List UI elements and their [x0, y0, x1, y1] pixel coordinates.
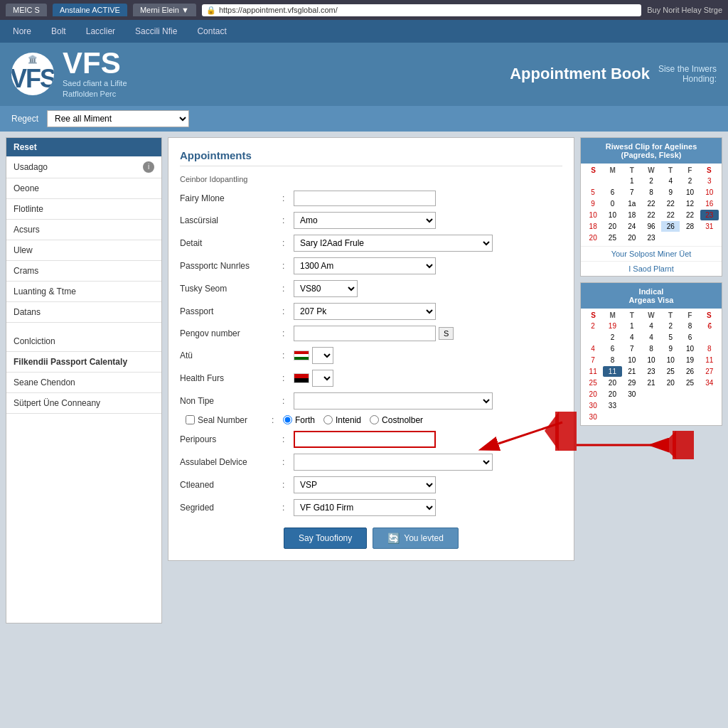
calendar-1-days[interactable]: 12423 567891010 901a22221216 10101822222… [584, 176, 719, 243]
browser-tab-meic[interactable]: MEIC S [6, 4, 47, 16]
nav-nore[interactable]: Nore [9, 23, 36, 39]
label-passport-nunrles: Passportc Nunrles [180, 261, 279, 271]
page-title: Appointment Book [510, 65, 650, 83]
label-detait: Detait [180, 238, 279, 248]
calendar-1-link1[interactable]: Your Solpost Miner Üet [581, 246, 722, 261]
nav-saccili[interactable]: Saccili Nfie [131, 23, 181, 39]
address-text: https://appointment.vfsglobal.com/ [219, 6, 338, 14]
browser-tab-merni[interactable]: Merni Elein ▼ [133, 4, 196, 16]
seal-option-forth[interactable]: Forth [283, 415, 315, 425]
input-fairy-mlone[interactable] [294, 191, 436, 206]
label-assulabel: Assulabel Delvice [180, 457, 279, 467]
calendar-2-days[interactable]: 21914286̈ 24456 46789108 781010101911 11… [584, 321, 719, 422]
form-subtitle: Ceinbor Idopantling [180, 175, 562, 183]
seal-option-intenid[interactable]: Intenid [323, 415, 361, 425]
flag-icon-atu [294, 350, 309, 360]
seal-checkbox-group: Forth Intenid Costnolber [283, 415, 423, 425]
tab-label-anstalne: Anstalne ACTIVE [60, 6, 120, 14]
browser-tab-anstalne[interactable]: Anstalne ACTIVE [53, 4, 127, 16]
select-passport-nunrles[interactable]: 1300 Am [294, 257, 436, 274]
tab-label-merni: Merni Elein ▼ [140, 6, 189, 14]
label-pengov: Pengov number [180, 328, 279, 338]
btn-save[interactable]: Say Touofiony [284, 528, 367, 549]
select-passport[interactable]: 207 Pk [294, 303, 436, 320]
label-segrided: Segrided [180, 503, 279, 513]
nav-lacclier[interactable]: Lacclier [82, 23, 119, 39]
calendar-1-link2[interactable]: I Saod Plarnt [581, 261, 722, 276]
sidebar-header: Reset [6, 138, 161, 156]
main-content: Appointments Ceinbor Idopantling Fairy M… [162, 137, 580, 623]
select-ctleaned[interactable]: VSP [294, 476, 436, 493]
form-row-seal-number: Seal Number : Forth Intenid Costnolber [180, 415, 562, 425]
sidebar-item-flotlinte[interactable]: Flotlinte [6, 199, 161, 220]
input-peripours[interactable] [294, 431, 436, 448]
label-fairy-mlone: Fairy Mlone [180, 193, 279, 203]
label-ctleaned: Ctleaned [180, 480, 279, 490]
sidebar: Reset Usadago i Oeone Flotlinte Acsurs U… [6, 137, 162, 623]
filter-bar: Regect Ree all Miment [0, 106, 728, 132]
brand-right-info: Sise the Inwers Honding: [658, 64, 717, 84]
form-row-lascursial: Lascürsial : Amo [180, 212, 562, 229]
appointments-title: Appointments [180, 149, 562, 166]
main-layout: Reset Usadago i Oeone Flotlinte Acsurs U… [0, 132, 728, 629]
form-row-passport: Passport : 207 Pk [180, 303, 562, 320]
flag-select-health [294, 370, 333, 387]
nav-bolt[interactable]: Bolt [47, 23, 70, 39]
sidebar-item-crams[interactable]: Crams [6, 261, 161, 282]
seal-option-costnolber[interactable]: Costnolber [370, 415, 423, 425]
form-buttons: Say Touofiony 🔄 You levted [180, 528, 562, 549]
label-tusky-seom: Tusky Seom [180, 284, 279, 294]
calendar-panel-2: Indical Argeas Visa SMTWTFS 21914286̈ 24… [580, 282, 722, 426]
flag-select-atu [294, 347, 333, 364]
label-non-tipe: Non Tipe [180, 396, 279, 406]
sidebar-item-oeone[interactable]: Oeone [6, 178, 161, 199]
sidebar-item-conlciction[interactable]: Conlciction [6, 331, 161, 352]
app-nav-bar: Nore Bolt Lacclier Saccili Nfie Contact [0, 20, 728, 43]
label-health: Health Furs [180, 373, 279, 383]
input-pengov[interactable] [294, 326, 436, 341]
label-atu: Atü [180, 350, 279, 360]
select-non-tipe[interactable] [294, 392, 493, 410]
form-row-passport-nunrles: Passportc Nunrles : 1300 Am [180, 257, 562, 274]
label-seal-number: Seal Number [198, 415, 269, 425]
form-row-peripours: Peripours : [180, 431, 562, 448]
browser-address[interactable]: 🔒 https://appointment.vfsglobal.com/ [202, 4, 641, 16]
browser-controls: Buy Norit Helay Strge [647, 6, 722, 14]
sidebar-item-acsurs[interactable]: Acsurs [6, 220, 161, 240]
select-atu[interactable] [312, 347, 333, 364]
form-row-segrided: Segrided : VF Gd10 Firm [180, 499, 562, 516]
select-detait[interactable]: Sary I2Aad Frule [294, 235, 493, 252]
calendar-2-grid: SMTWTFS 21914286̈ 24456 46789108 7810101… [581, 309, 722, 425]
btn-secondary[interactable]: 🔄 You levted [373, 528, 459, 549]
calendar-1-header: Riwesd Clip for Agelines (Pagreds, Flesk… [581, 138, 722, 164]
sidebar-item-ulew[interactable]: Ulew [6, 240, 161, 261]
pengov-go-button[interactable]: S [439, 327, 454, 340]
sidebar-item-datans[interactable]: Datans [6, 302, 161, 323]
form-row-atu: Atü : [180, 347, 562, 364]
select-segrided[interactable]: VF Gd10 Firm [294, 499, 436, 516]
label-passport: Passport [180, 306, 279, 316]
sidebar-item-usadago[interactable]: Usadago i [6, 156, 161, 178]
brand-subtitle2: Ratflolden Perc [63, 89, 484, 100]
brand-logo: 🏛️ VFS [11, 53, 54, 95]
sidebar-badge-usadago: i [143, 161, 154, 173]
select-lascursial[interactable]: Amo [294, 212, 436, 229]
sidebar-item-sutpert[interactable]: Sütpert Üne Conneany [6, 393, 161, 414]
filter-select[interactable]: Ree all Miment [47, 110, 189, 127]
checkbox-seal-number[interactable] [186, 415, 195, 424]
select-assulabel[interactable] [294, 454, 493, 471]
calendar-2-weekdays: SMTWTFS [584, 311, 719, 319]
form-row-ctleaned: Ctleaned : VSP [180, 476, 562, 493]
right-sidebar: Riwesd Clip for Agelines (Pagreds, Flesk… [580, 137, 722, 623]
sidebar-item-filkendii[interactable]: Filkendii Passport Calentaly [6, 352, 161, 373]
sidebar-item-seane[interactable]: Seane Chendon [6, 373, 161, 393]
brand-title-area: VFS Saed cfiant a Lifite Ratflolden Perc [63, 48, 484, 100]
select-tusky-seom[interactable]: VS80 [294, 280, 358, 297]
brand-vfs-name: VFS [63, 48, 484, 78]
seal-number-section: Seal Number : Forth Intenid Costnolber [180, 415, 562, 425]
nav-contact[interactable]: Contact [193, 23, 230, 39]
select-health[interactable] [312, 370, 333, 387]
form-row-pengov: Pengov number : S [180, 326, 562, 341]
vfs-logo-text: VFS [11, 64, 54, 94]
sidebar-item-luanting[interactable]: Luanting & Ttme [6, 282, 161, 302]
